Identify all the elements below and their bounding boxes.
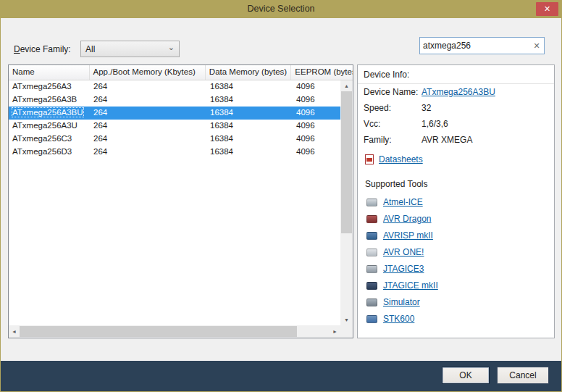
cell-data-memory: 16384 — [206, 133, 293, 146]
tool-item: AVRISP mkII — [358, 227, 554, 243]
cell-data-memory: 16384 — [206, 93, 293, 107]
jtagice-mkii-icon — [366, 282, 377, 290]
scroll-up-icon[interactable]: ▲ — [340, 80, 353, 91]
close-icon: ✕ — [544, 4, 550, 14]
cell-eeprom: 4096 — [293, 93, 342, 107]
vcc-field: Vcc: 1,6/3,6 — [358, 116, 554, 132]
tool-item: JTAGICE3 — [358, 260, 554, 277]
cell-name: ATxmega256A3U — [9, 120, 90, 133]
chevron-down-icon: ⌄ — [168, 43, 175, 52]
table-row[interactable]: ATxmega256C3 264 16384 4096 — [9, 133, 342, 146]
atmel-ice-icon — [366, 199, 377, 207]
family-label: Family: — [364, 134, 422, 146]
avr-one-icon — [366, 249, 377, 257]
cell-data-memory: 16384 — [206, 120, 293, 133]
cell-data-memory: 16384 — [206, 146, 293, 159]
table-body: ATxmega256A3 264 16384 4096 ATxmega256A3… — [9, 80, 342, 325]
vcc-label: Vcc: — [364, 118, 422, 130]
tool-item: Simulator — [358, 293, 554, 310]
cell-name: ATxmega256A3B — [9, 93, 90, 107]
stk600-link[interactable]: STK600 — [383, 313, 414, 325]
column-header-eeprom[interactable]: EEPROM (bytes) — [291, 65, 353, 80]
cell-app-boot-memory: 264 — [90, 93, 206, 107]
simulator-link[interactable]: Simulator — [383, 296, 420, 308]
search-input[interactable] — [420, 41, 529, 51]
jtagice-mkii-link[interactable]: JTAGICE mkII — [383, 280, 438, 291]
datasheets-row: Datasheets — [358, 148, 554, 167]
avrisp-mkii-link[interactable]: AVRISP mkII — [383, 230, 433, 241]
column-header-name[interactable]: Name — [9, 65, 90, 80]
device-name-link[interactable]: ATxmega256A3BU — [422, 86, 495, 98]
jtagice3-link[interactable]: JTAGICE3 — [383, 263, 424, 275]
device-name-field: Device Name: ATxmega256A3BU — [358, 84, 554, 100]
datasheets-link[interactable]: Datasheets — [379, 154, 423, 164]
jtagice3-icon — [366, 265, 377, 273]
cell-eeprom: 4096 — [293, 107, 342, 120]
table-row[interactable]: ATxmega256A3B 264 16384 4096 — [9, 93, 342, 107]
table-row[interactable]: ATxmega256A3U 264 16384 4096 — [9, 120, 342, 133]
window-title: Device Selection — [1, 4, 561, 14]
tool-item: JTAGICE mkII — [358, 277, 554, 293]
device-selection-dialog: Device Selection ✕ Device Family: All ⌄ … — [0, 0, 562, 392]
device-family-dropdown[interactable]: All ⌄ — [80, 41, 180, 57]
avr-one-link[interactable]: AVR ONE! — [383, 246, 424, 258]
scrollbar-corner — [340, 325, 353, 338]
vertical-scroll-thumb[interactable] — [341, 91, 352, 233]
cell-app-boot-memory: 264 — [90, 146, 206, 159]
column-header-app-boot-memory[interactable]: App./Boot Memory (Kbytes) — [90, 65, 206, 80]
speed-label: Speed: — [364, 102, 422, 114]
atmel-ice-link[interactable]: Atmel-ICE — [383, 196, 423, 208]
vertical-scrollbar[interactable]: ▲ ▼ — [340, 80, 353, 325]
cell-app-boot-memory: 264 — [90, 107, 206, 120]
device-info-heading: Device Info: — [358, 65, 554, 84]
cell-name: ATxmega256A3 — [9, 80, 90, 93]
tool-item: STK600 — [358, 310, 554, 327]
family-value: AVR XMEGA — [422, 134, 472, 146]
device-family-selected-value: All — [85, 44, 95, 54]
dialog-content: Device Family: All ⌄ ✕ Name App./Boot Me… — [1, 18, 561, 361]
speed-field: Speed: 32 — [358, 100, 554, 116]
dialog-footer: OK Cancel — [1, 361, 561, 391]
search-box: ✕ — [419, 37, 545, 54]
family-field: Family: AVR XMEGA — [358, 132, 554, 148]
avr-dragon-icon — [366, 215, 377, 223]
clear-search-icon[interactable]: ✕ — [529, 41, 544, 51]
horizontal-scrollbar[interactable]: ◄ ► — [9, 325, 340, 338]
cell-eeprom: 4096 — [293, 80, 342, 93]
column-header-data-memory[interactable]: Data Memory (bytes) — [206, 65, 292, 80]
titlebar[interactable]: Device Selection ✕ — [1, 1, 561, 18]
tool-item: AVR Dragon — [358, 210, 554, 227]
scroll-left-icon[interactable]: ◄ — [9, 325, 20, 338]
cell-eeprom: 4096 — [293, 146, 342, 159]
table-row[interactable]: ATxmega256A3 264 16384 4096 — [9, 80, 342, 93]
stk600-icon — [366, 315, 377, 323]
tool-item: AVR ONE! — [358, 243, 554, 260]
simulator-icon — [366, 299, 377, 306]
speed-value: 32 — [422, 102, 431, 114]
ok-button[interactable]: OK — [442, 367, 490, 384]
scroll-down-icon[interactable]: ▼ — [340, 314, 353, 325]
supported-tools-heading: Supported Tools — [358, 167, 554, 193]
cell-name: ATxmega256C3 — [9, 133, 90, 146]
pdf-icon — [365, 154, 374, 164]
table-row[interactable]: ATxmega256D3 264 16384 4096 — [9, 146, 342, 159]
cancel-button[interactable]: Cancel — [497, 367, 549, 384]
avrisp-mkii-icon — [366, 232, 377, 240]
device-name-label: Device Name: — [364, 86, 422, 98]
cell-eeprom: 4096 — [293, 120, 342, 133]
table-row-selected[interactable]: ATxmega256A3BU 264 16384 4096 — [9, 107, 342, 120]
cell-name: ATxmega256D3 — [9, 146, 90, 159]
tool-item: Atmel-ICE — [358, 193, 554, 210]
horizontal-scroll-thumb[interactable] — [20, 326, 297, 337]
vcc-value: 1,6/3,6 — [422, 118, 448, 130]
cell-app-boot-memory: 264 — [90, 120, 206, 133]
device-info-panel: Device Info: Device Name: ATxmega256A3BU… — [357, 64, 555, 338]
scroll-right-icon[interactable]: ► — [330, 325, 340, 338]
close-button[interactable]: ✕ — [536, 2, 558, 16]
cell-name: ATxmega256A3BU — [9, 107, 90, 120]
cell-data-memory: 16384 — [206, 80, 293, 93]
device-table: Name App./Boot Memory (Kbytes) Data Memo… — [8, 64, 353, 338]
cell-data-memory: 16384 — [206, 107, 293, 120]
cell-app-boot-memory: 264 — [90, 133, 206, 146]
avr-dragon-link[interactable]: AVR Dragon — [383, 213, 431, 225]
